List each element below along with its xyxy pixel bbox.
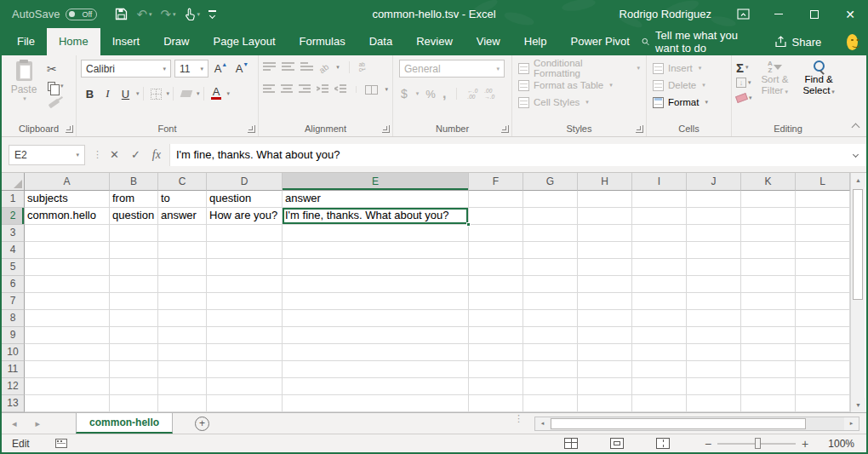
cell-H12[interactable]: [578, 378, 632, 395]
number-format-combobox[interactable]: General▾: [399, 60, 505, 78]
cell-I10[interactable]: [632, 344, 687, 361]
font-size-combobox[interactable]: 11▾: [174, 60, 208, 78]
row-header-7[interactable]: 7: [2, 293, 25, 310]
cell-C3[interactable]: [158, 225, 207, 242]
cell-F13[interactable]: [469, 395, 523, 412]
zoom-out-button[interactable]: −: [699, 437, 717, 451]
cell-E4[interactable]: [283, 242, 469, 259]
customize-qat-button[interactable]: [206, 9, 219, 20]
cell-K13[interactable]: [741, 395, 796, 412]
cell-D3[interactable]: [207, 225, 283, 242]
scroll-right-button[interactable]: ▸: [844, 417, 859, 430]
cell-B13[interactable]: [110, 395, 158, 412]
cell-F3[interactable]: [469, 225, 523, 242]
cell-E13[interactable]: [283, 395, 469, 412]
comma-format-button[interactable]: ,: [443, 86, 446, 101]
cell-E11[interactable]: [283, 361, 469, 378]
cell-H9[interactable]: [578, 327, 632, 344]
cell-B10[interactable]: [110, 344, 158, 361]
ribbon-display-options-button[interactable]: [725, 0, 761, 28]
cell-E7[interactable]: [283, 293, 469, 310]
cell-H7[interactable]: [578, 293, 632, 310]
percent-format-button[interactable]: %: [425, 88, 436, 101]
cell-E12[interactable]: [283, 378, 469, 395]
cell-H13[interactable]: [578, 395, 632, 412]
cell-D1[interactable]: question: [207, 191, 283, 208]
cell-G4[interactable]: [523, 242, 578, 259]
cell-I12[interactable]: [632, 378, 687, 395]
cell-I11[interactable]: [632, 361, 687, 378]
cell-H6[interactable]: [578, 276, 632, 293]
cell-A1[interactable]: subjects: [25, 191, 110, 208]
row-header-5[interactable]: 5: [2, 259, 25, 276]
delete-cells-button[interactable]: Delete▾: [651, 77, 727, 94]
cell-F4[interactable]: [469, 242, 523, 259]
row-header-4[interactable]: 4: [2, 242, 25, 259]
cell-J7[interactable]: [687, 293, 741, 310]
cell-G8[interactable]: [523, 310, 578, 327]
row-header-3[interactable]: 3: [2, 225, 25, 242]
cell-G10[interactable]: [523, 344, 578, 361]
conditional-formatting-button[interactable]: Conditional Formatting▾: [517, 60, 642, 77]
dropdown-icon[interactable]: ▾: [416, 90, 420, 97]
cell-styles-button[interactable]: Cell Styles▾: [517, 94, 642, 111]
cell-J11[interactable]: [687, 361, 741, 378]
cell-L8[interactable]: [796, 310, 850, 327]
zoom-slider[interactable]: [717, 443, 796, 445]
cell-D8[interactable]: [207, 310, 283, 327]
cell-C8[interactable]: [158, 310, 207, 327]
dropdown-icon[interactable]: ▾: [149, 11, 152, 18]
zoom-level[interactable]: 100%: [828, 438, 854, 450]
cell-H8[interactable]: [578, 310, 632, 327]
cell-F2[interactable]: [469, 208, 523, 225]
align-center-icon[interactable]: [281, 84, 293, 95]
align-left-icon[interactable]: [263, 84, 275, 95]
cell-D13[interactable]: [207, 395, 283, 412]
cell-H10[interactable]: [578, 344, 632, 361]
decrease-font-size-button[interactable]: A▼: [233, 60, 251, 78]
cell-E10[interactable]: [283, 344, 469, 361]
cell-C12[interactable]: [158, 378, 207, 395]
sort-filter-button[interactable]: AZ Sort & Filter▾: [754, 60, 797, 105]
zoom-slider-thumb[interactable]: [755, 438, 761, 449]
cell-B5[interactable]: [110, 259, 158, 276]
cell-D2[interactable]: How are you?: [207, 208, 283, 225]
cell-B4[interactable]: [110, 242, 158, 259]
cell-F5[interactable]: [469, 259, 523, 276]
cell-A4[interactable]: [25, 242, 110, 259]
cell-D9[interactable]: [207, 327, 283, 344]
cell-A12[interactable]: [25, 378, 110, 395]
cell-L4[interactable]: [796, 242, 850, 259]
sheet-tab-common-hello[interactable]: common-hello: [76, 413, 173, 434]
tab-power-pivot[interactable]: Power Pivot: [559, 28, 642, 55]
cell-F11[interactable]: [469, 361, 523, 378]
page-layout-view-button[interactable]: [610, 438, 624, 449]
increase-decimal-button[interactable]: ←.0.00: [467, 88, 477, 100]
dropdown-icon[interactable]: ▾: [200, 66, 203, 72]
redo-button[interactable]: ↷▾: [157, 6, 178, 22]
tab-data[interactable]: Data: [357, 28, 404, 55]
cell-G7[interactable]: [523, 293, 578, 310]
vertical-scrollbar[interactable]: ▲ ▼: [850, 173, 865, 412]
dropdown-icon[interactable]: ▾: [749, 95, 752, 101]
dropdown-icon[interactable]: ▾: [748, 79, 751, 86]
cell-K12[interactable]: [741, 378, 796, 395]
borders-button[interactable]: [147, 85, 165, 102]
cell-G9[interactable]: [523, 327, 578, 344]
italic-button[interactable]: I: [99, 85, 117, 102]
feedback-smiley-icon[interactable]: [847, 34, 858, 50]
cell-K4[interactable]: [741, 242, 796, 259]
cell-B6[interactable]: [110, 276, 158, 293]
cell-C9[interactable]: [158, 327, 207, 344]
column-header-K[interactable]: K: [741, 173, 796, 191]
wrap-text-button[interactable]: abc↵: [359, 62, 367, 73]
cell-C6[interactable]: [158, 276, 207, 293]
cell-L2[interactable]: [796, 208, 850, 225]
cell-I3[interactable]: [632, 225, 687, 242]
cell-H11[interactable]: [578, 361, 632, 378]
cell-H4[interactable]: [578, 242, 632, 259]
cell-K8[interactable]: [741, 310, 796, 327]
cell-B8[interactable]: [110, 310, 158, 327]
cell-L7[interactable]: [796, 293, 850, 310]
format-as-table-button[interactable]: Format as Table▾: [517, 77, 642, 94]
